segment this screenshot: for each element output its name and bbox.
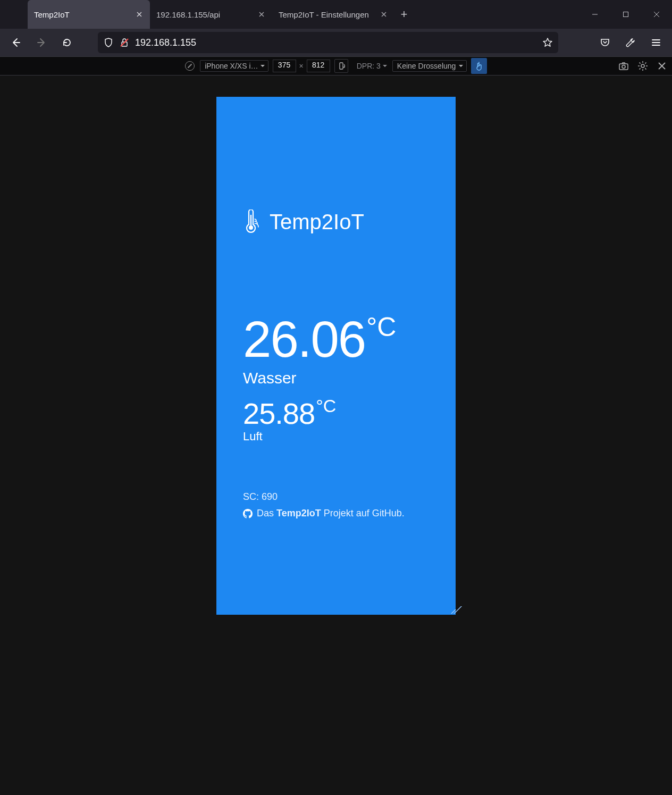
compass-icon	[185, 61, 195, 71]
secondary-value: 25.88	[243, 399, 315, 429]
maximize-button[interactable]	[610, 0, 641, 29]
svg-point-6	[641, 64, 644, 68]
tab-title: Temp2IoT - Einstellungen	[279, 10, 374, 19]
rotate-viewport-button[interactable]	[334, 59, 348, 73]
window-titlebar: Temp2IoT 192.168.1.155/api Temp2IoT - Ei…	[0, 0, 672, 29]
primary-unit: °C	[366, 312, 396, 342]
secondary-label: Luft	[243, 430, 429, 443]
tab-2[interactable]: Temp2IoT - Einstellungen	[272, 0, 394, 29]
tab-1[interactable]: 192.168.1.155/api	[150, 0, 272, 29]
tab-0[interactable]: Temp2IoT	[28, 0, 150, 29]
window-controls	[579, 0, 672, 29]
close-icon[interactable]	[135, 10, 144, 19]
primary-label: Wasser	[243, 369, 429, 387]
viewport-height-input[interactable]: 812	[307, 60, 330, 72]
reload-button[interactable]	[56, 32, 78, 53]
url-bar[interactable]: 192.168.1.155	[98, 32, 558, 53]
navigation-toolbar: 192.168.1.155	[0, 29, 672, 56]
settings-button[interactable]	[636, 59, 650, 73]
sc-counter: SC: 690	[243, 491, 429, 503]
shield-icon[interactable]	[103, 37, 114, 48]
pocket-button[interactable]	[594, 32, 616, 53]
resize-grip[interactable]	[445, 604, 455, 614]
devtools-button[interactable]	[620, 32, 641, 53]
url-text: 192.168.1.155	[135, 37, 537, 48]
responsive-design-toolbar: iPhone X/XS i… 375 × 812 DPR: 3 Keine Dr…	[0, 56, 672, 76]
minimize-button[interactable]	[579, 0, 610, 29]
touch-simulation-button[interactable]	[471, 58, 487, 74]
dimension-separator: ×	[299, 62, 304, 70]
page-header: Temp2IoT	[243, 210, 429, 234]
close-icon[interactable]	[257, 10, 266, 19]
tab-strip: Temp2IoT 192.168.1.155/api Temp2IoT - Ei…	[0, 0, 579, 29]
viewport-width-input[interactable]: 375	[273, 60, 296, 72]
tab-title: Temp2IoT	[34, 10, 130, 19]
svg-rect-4	[619, 64, 628, 70]
svg-rect-0	[624, 12, 628, 17]
github-icon	[243, 509, 253, 518]
throttling-select[interactable]: Keine Drosselung	[392, 60, 467, 72]
page-title: Temp2IoT	[270, 210, 364, 234]
viewport-stage: Temp2IoT 26.06 °C Wasser 25.88 °C Luft S…	[0, 76, 672, 795]
svg-point-8	[249, 225, 253, 230]
close-icon[interactable]	[380, 10, 388, 19]
readings-section: 26.06 °C Wasser 25.88 °C Luft	[243, 314, 429, 443]
thermometer-icon	[243, 210, 259, 234]
app-menu-button[interactable]	[645, 32, 667, 53]
close-devtools-button[interactable]	[655, 59, 669, 73]
insecure-lock-icon[interactable]	[119, 37, 130, 48]
close-window-button[interactable]	[641, 0, 672, 29]
forward-button[interactable]	[31, 32, 52, 53]
new-tab-button[interactable]: +	[394, 0, 414, 29]
primary-value: 26.06	[243, 314, 365, 365]
github-link[interactable]: Das Temp2IoT Projekt auf GitHub.	[243, 508, 429, 519]
svg-point-5	[622, 65, 625, 69]
back-button[interactable]	[5, 32, 27, 53]
svg-rect-3	[340, 63, 343, 69]
primary-reading: 26.06 °C	[243, 314, 429, 365]
tab-title: 192.168.1.155/api	[156, 10, 252, 19]
page-footer: SC: 690 Das Temp2IoT Projekt auf GitHub.	[243, 491, 429, 519]
bookmark-star-icon[interactable]	[542, 37, 553, 48]
screenshot-button[interactable]	[617, 59, 631, 73]
secondary-unit: °C	[316, 396, 336, 416]
device-viewport: Temp2IoT 26.06 °C Wasser 25.88 °C Luft S…	[216, 97, 456, 615]
dpr-select[interactable]: DPR: 3	[352, 62, 388, 70]
secondary-reading: 25.88 °C	[243, 399, 429, 429]
device-select[interactable]: iPhone X/XS i…	[200, 60, 268, 72]
